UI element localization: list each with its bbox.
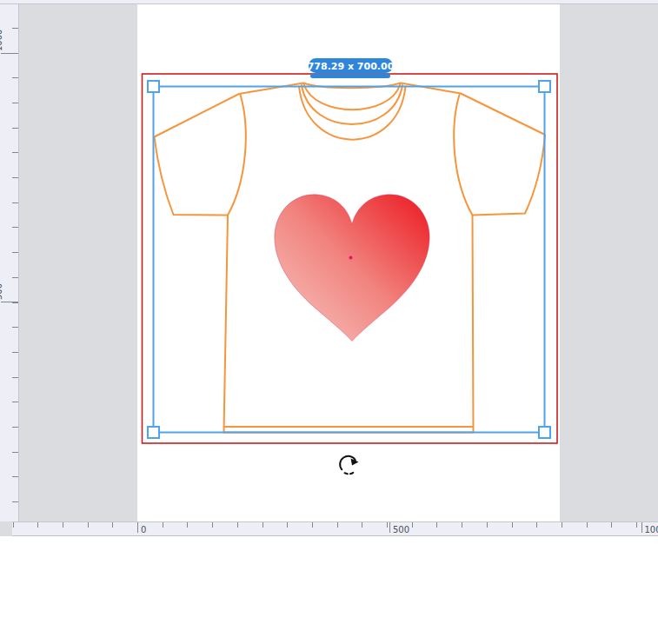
selection-handle-bottom-right[interactable] (539, 427, 550, 438)
ruler-tick (12, 227, 18, 228)
ruler-tick (636, 522, 637, 528)
ruler-tick (487, 522, 488, 528)
ruler-tick (63, 522, 63, 528)
size-badge: 778.29 x 700.00 (308, 58, 395, 78)
ruler-tick (88, 522, 89, 528)
ruler-tick (187, 522, 188, 528)
ruler-tick (12, 402, 18, 402)
ruler-major-tick (1, 53, 18, 54)
selection-top-edge-highlight (310, 74, 390, 79)
ruler-tick (112, 522, 113, 528)
ruler-major-tick (1, 302, 18, 302)
ruler-label: 500 (393, 525, 409, 534)
ruler-tick (12, 128, 18, 129)
ruler-top (0, 0, 658, 4)
ruler-tick (212, 522, 213, 528)
ruler-major-tick (389, 522, 390, 533)
ruler-tick (12, 177, 18, 178)
size-badge-text: 778.29 x 700.00 (308, 61, 395, 72)
ruler-tick (587, 522, 588, 528)
ruler-tick (536, 522, 537, 528)
ruler-tick (12, 277, 18, 278)
ruler-tick (12, 152, 18, 153)
design-app-window: 778.29 x 700.00 1000500 05001000 オブジェクト … (0, 0, 658, 644)
ruler-tick (436, 522, 437, 528)
ruler-tick (12, 202, 18, 203)
selection-handle-bottom-left[interactable] (148, 427, 159, 438)
ruler-tick (237, 522, 238, 528)
ruler-tick (263, 522, 263, 528)
ruler-tick (462, 522, 462, 528)
ruler-tick (12, 327, 18, 328)
ruler-major-tick (641, 522, 642, 533)
ruler-tick (387, 522, 388, 528)
ruler-tick (12, 352, 18, 353)
ruler-corner (0, 521, 12, 536)
canvas[interactable]: 778.29 x 700.00 (0, 0, 658, 521)
ruler-label: 1000 (645, 525, 658, 534)
selection-handle-top-left[interactable] (148, 81, 159, 92)
ruler-tick (12, 427, 18, 428)
ruler-tick (337, 522, 338, 528)
ruler-label: 1000 (0, 29, 3, 50)
ruler-tick (12, 103, 18, 103)
ruler-tick (12, 452, 18, 453)
heart-center-point (349, 256, 353, 260)
ruler-tick (412, 522, 413, 528)
ruler-tick (362, 522, 362, 528)
ruler-tick (12, 252, 18, 253)
ruler-tick (12, 28, 18, 29)
ruler-tick (12, 501, 18, 502)
ruler-tick (12, 77, 18, 78)
ruler-major-tick (137, 522, 138, 533)
ruler-tick (611, 522, 612, 528)
ruler-tick (312, 522, 313, 528)
selection-handle-top-right[interactable] (539, 81, 550, 92)
ruler-bottom: 05001000 (0, 521, 658, 536)
ruler-tick (163, 522, 163, 528)
ruler-tick (512, 522, 513, 528)
ruler-tick (562, 522, 562, 528)
ruler-label: 500 (0, 283, 3, 300)
ruler-tick (13, 522, 14, 528)
ruler-tick (37, 522, 38, 528)
ruler-label: 0 (141, 525, 146, 534)
ruler-tick (12, 377, 18, 378)
objects-panel: オブジェクト 図形 プリント グループ ガイド (0, 536, 658, 644)
ruler-tick (287, 522, 288, 528)
ruler-tick (12, 476, 18, 477)
ruler-left: 1000500 (0, 0, 19, 521)
